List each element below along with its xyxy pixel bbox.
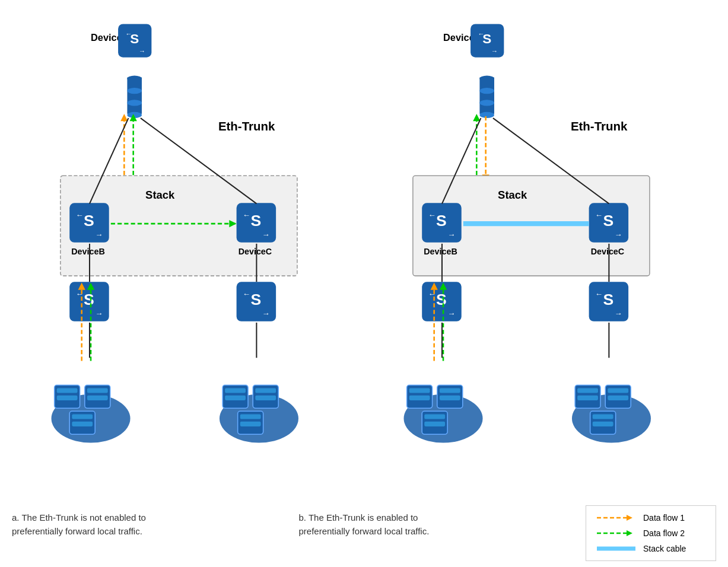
svg-rect-121 (592, 414, 613, 419)
svg-rect-50 (72, 414, 93, 419)
legend-item-3: Stack cable (597, 544, 705, 553)
svg-text:→: → (614, 230, 622, 239)
svg-rect-111 (424, 414, 445, 419)
svg-marker-10 (120, 114, 128, 121)
svg-text:→: → (139, 47, 145, 55)
svg-rect-45 (57, 396, 78, 400)
legend-box: Data flow 1 Data flow 2 Stack cable (586, 505, 716, 561)
svg-rect-108 (439, 388, 460, 393)
svg-rect-67 (479, 78, 494, 114)
svg-text:S: S (436, 212, 447, 230)
svg-text:←: ← (243, 289, 250, 298)
legend-label-3: Stack cable (643, 544, 686, 553)
svg-rect-51 (72, 422, 93, 426)
svg-rect-115 (577, 388, 598, 393)
svg-text:←: ← (595, 211, 602, 219)
caption-a-text: a. The Eth-Trunk is not enabled to (12, 512, 146, 523)
svg-text:→: → (447, 309, 455, 318)
svg-text:S: S (250, 212, 261, 230)
svg-rect-58 (255, 396, 276, 400)
diagram-a-svg: Eth-Trunk DeviceA S ← → (12, 12, 364, 473)
svg-marker-72 (473, 114, 480, 121)
caption-a-text2: preferentially forward local traffic. (12, 526, 142, 536)
svg-text:←: ← (243, 211, 250, 219)
svg-text:S: S (603, 291, 613, 308)
svg-rect-118 (608, 388, 628, 393)
bottom-section: a. The Eth-Trunk is not enabled to prefe… (0, 499, 728, 567)
svg-point-7 (127, 88, 142, 94)
eth-trunk-label-a: Eth-Trunk (218, 119, 275, 133)
svg-marker-124 (627, 515, 632, 521)
svg-marker-126 (627, 530, 632, 536)
devicec-label-b: DeviceC (590, 247, 624, 256)
svg-rect-122 (592, 422, 613, 426)
legend-item-2: Data flow 2 (597, 528, 705, 538)
svg-text:→: → (447, 230, 455, 239)
svg-point-69 (479, 88, 494, 94)
diagrams-row: Eth-Trunk DeviceA S ← → (0, 0, 728, 499)
svg-text:→: → (262, 309, 270, 318)
caption-b-text: b. The Eth-Trunk is enabled to (299, 512, 418, 523)
svg-rect-61 (240, 422, 261, 426)
svg-rect-106 (409, 396, 430, 400)
svg-text:←: ← (428, 211, 435, 219)
caption-b: b. The Eth-Trunk is enabled to preferent… (299, 505, 586, 538)
svg-rect-48 (87, 396, 108, 400)
svg-rect-112 (424, 422, 445, 426)
svg-point-68 (479, 112, 494, 118)
svg-text:S: S (250, 291, 261, 308)
svg-rect-47 (87, 388, 108, 393)
legend-item-1: Data flow 1 (597, 513, 705, 523)
svg-rect-105 (409, 388, 430, 393)
svg-text:←: ← (75, 211, 83, 219)
svg-rect-57 (255, 388, 276, 393)
diagram-b: Eth-Trunk DeviceA S ← → (364, 12, 717, 499)
svg-text:→: → (491, 47, 497, 55)
svg-text:S: S (84, 291, 94, 308)
svg-point-8 (127, 100, 142, 106)
svg-rect-109 (439, 396, 460, 400)
caption-a: a. The Eth-Trunk is not enabled to prefe… (12, 505, 299, 538)
legend-label-1: Data flow 1 (643, 513, 685, 523)
main-container: Eth-Trunk DeviceA S ← → (0, 0, 728, 567)
svg-text:→: → (614, 309, 622, 318)
svg-rect-60 (240, 414, 261, 419)
svg-rect-116 (577, 396, 598, 400)
svg-text:S: S (603, 212, 613, 230)
deviceb-label-b: DeviceB (424, 247, 457, 256)
devicec-label-a: DeviceC (239, 247, 272, 256)
svg-text:→: → (95, 230, 103, 239)
svg-point-70 (479, 100, 494, 106)
svg-text:S: S (436, 291, 447, 308)
svg-rect-55 (225, 396, 246, 400)
svg-text:←: ← (595, 289, 602, 298)
legend-label-2: Data flow 2 (643, 528, 685, 538)
svg-text:S: S (84, 212, 94, 230)
svg-text:→: → (95, 309, 103, 318)
svg-rect-54 (225, 388, 246, 393)
svg-text:←: ← (478, 30, 484, 37)
stack-label-b: Stack (498, 189, 527, 201)
caption-b-text2: preferentially forward local traffic. (299, 526, 430, 536)
svg-rect-119 (608, 396, 628, 400)
svg-rect-5 (127, 78, 142, 114)
diagram-b-svg: Eth-Trunk DeviceA S ← → (364, 12, 717, 473)
svg-text:→: → (262, 230, 270, 239)
eth-trunk-label-b: Eth-Trunk (570, 119, 627, 133)
diagram-a: Eth-Trunk DeviceA S ← → (12, 12, 364, 499)
stack-label-a: Stack (145, 189, 175, 201)
deviceb-label-a: DeviceB (71, 247, 105, 256)
svg-text:←: ← (125, 30, 132, 37)
svg-rect-44 (57, 388, 78, 393)
